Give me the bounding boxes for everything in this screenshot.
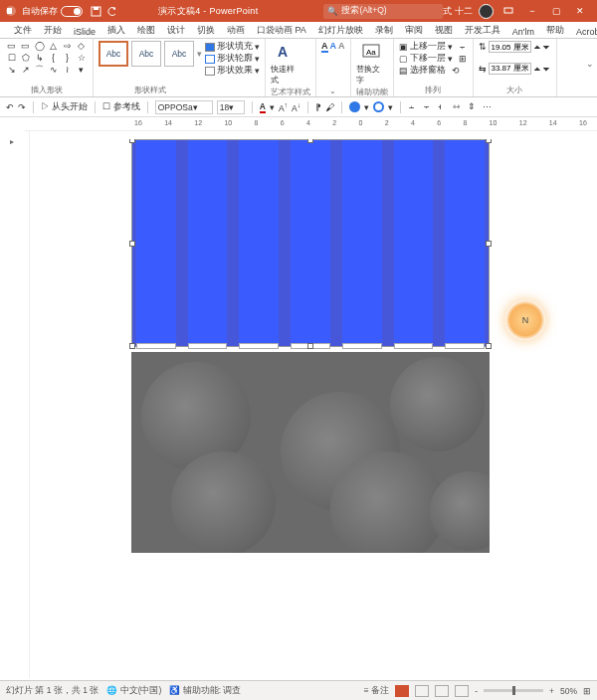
- image-placeholder[interactable]: [131, 352, 490, 553]
- resize-handle[interactable]: [486, 241, 492, 247]
- shape-fill-button[interactable]: 形状填充▾: [205, 41, 260, 53]
- view-normal-button[interactable]: [395, 685, 409, 697]
- tab-slideshow[interactable]: 幻灯片放映: [312, 23, 369, 38]
- autosave-toggle[interactable]: 自动保存: [22, 5, 83, 18]
- zoom-in-button[interactable]: +: [549, 686, 554, 696]
- slide-counter[interactable]: 幻灯片 第 1 张，共 1 张: [6, 685, 99, 697]
- more-tools-icon[interactable]: ⋯: [483, 102, 492, 112]
- selected-shape[interactable]: [131, 139, 490, 347]
- dist-v-icon[interactable]: ⇕: [468, 101, 479, 112]
- font-size-dropdown[interactable]: 18 ▾: [217, 100, 245, 114]
- tab-file[interactable]: 文件: [8, 23, 38, 38]
- align-right-icon[interactable]: ⫞: [438, 101, 449, 112]
- tab-home[interactable]: 开始: [38, 23, 68, 38]
- tab-acrobat[interactable]: Acrobat: [570, 26, 597, 38]
- text-fill-icon[interactable]: A: [321, 41, 328, 53]
- save-icon[interactable]: [91, 6, 101, 17]
- quick-styles-button[interactable]: A 快速样式: [271, 41, 300, 86]
- resize-handle[interactable]: [486, 343, 492, 349]
- shape-outline-button[interactable]: 形状轮廓▾: [205, 53, 260, 65]
- close-button[interactable]: ✕: [571, 6, 589, 16]
- search-input[interactable]: 🔍 搜索(Alt+Q): [323, 4, 443, 19]
- view-reading-button[interactable]: [435, 685, 449, 697]
- height-input[interactable]: [489, 41, 531, 53]
- grow-font-icon[interactable]: A↑: [279, 101, 288, 113]
- notes-button[interactable]: ≡ 备注: [364, 685, 389, 697]
- view-slideshow-button[interactable]: [455, 685, 469, 697]
- redo-icon[interactable]: ↷: [18, 102, 26, 112]
- send-backward-button[interactable]: ▢下移一层▾⊞: [399, 53, 468, 65]
- language-button[interactable]: 🌐 中文(中国): [106, 685, 161, 697]
- maximize-button[interactable]: ▢: [547, 6, 565, 16]
- fill-color-swatch[interactable]: [349, 101, 360, 112]
- quick-access-toolbar: [91, 6, 118, 17]
- group-label: 辅助功能: [356, 87, 388, 97]
- resize-handle[interactable]: [129, 343, 135, 349]
- undo-icon[interactable]: ↶: [6, 102, 14, 112]
- more-styles-icon[interactable]: ▾: [197, 49, 202, 59]
- font-color-icon[interactable]: A: [260, 101, 266, 113]
- paint-format-icon[interactable]: 🖌: [325, 102, 334, 112]
- tab-anlm[interactable]: An'lm: [506, 26, 540, 38]
- view-sorter-button[interactable]: [415, 685, 429, 697]
- tab-help[interactable]: 帮助: [540, 23, 570, 38]
- secondary-toolbar: ↶ ↷ ▷ 从头开始 ☐ 参考线 OPPOSa ▾ 18 ▾ A▾ A↑ A↓ …: [0, 97, 597, 117]
- resize-handle[interactable]: [307, 139, 313, 143]
- ref-line-checkbox[interactable]: ☐ 参考线: [102, 101, 139, 113]
- rotate-icon[interactable]: ⟲: [452, 66, 460, 76]
- wordart-icon: A: [275, 41, 297, 63]
- text-outline-icon[interactable]: A: [330, 41, 337, 53]
- shrink-font-icon[interactable]: A↓: [292, 101, 300, 113]
- zoom-slider[interactable]: [484, 689, 543, 692]
- accessibility-button[interactable]: ♿ 辅助功能: 调查: [169, 685, 241, 697]
- bring-forward-button[interactable]: ▣上移一层▾⫟: [399, 41, 468, 53]
- preset-1[interactable]: Abc: [99, 41, 128, 67]
- preset-3[interactable]: Abc: [164, 41, 194, 67]
- autosave-label: 自动保存: [22, 5, 58, 18]
- ribbon-options-icon[interactable]: [499, 5, 517, 17]
- tab-design[interactable]: 设计: [161, 23, 191, 38]
- tab-transitions[interactable]: 切换: [191, 23, 221, 38]
- tab-insert[interactable]: 插入: [101, 23, 131, 38]
- avatar[interactable]: [479, 4, 494, 19]
- collapse-ribbon-icon[interactable]: ⌄: [586, 59, 594, 69]
- eyedropper-icon[interactable]: ⁋: [315, 102, 321, 112]
- group-icon[interactable]: ⊞: [459, 54, 467, 64]
- zoom-level[interactable]: 50%: [560, 686, 577, 696]
- style-presets[interactable]: Abc Abc Abc ▾: [99, 41, 202, 67]
- selection-pane-button[interactable]: ▤选择窗格⟲: [399, 65, 468, 77]
- align-icon[interactable]: ⫟: [459, 42, 468, 52]
- width-input[interactable]: [489, 63, 531, 75]
- align-center-icon[interactable]: ⫟: [423, 101, 434, 112]
- user-name[interactable]: 式 十二: [443, 5, 473, 18]
- resize-handle[interactable]: [129, 139, 135, 143]
- tab-view[interactable]: 视图: [429, 23, 459, 38]
- align-left-icon[interactable]: ⫠: [408, 101, 419, 112]
- tab-review[interactable]: 审阅: [399, 23, 429, 38]
- tab-animations[interactable]: 动画: [221, 23, 251, 38]
- tab-pocket-anim[interactable]: 口袋动画 PA: [251, 23, 312, 38]
- undo-icon[interactable]: [107, 6, 118, 17]
- slide-canvas[interactable]: [37, 139, 584, 670]
- resize-handle[interactable]: [486, 139, 492, 143]
- fit-window-button[interactable]: ⊞: [583, 686, 591, 696]
- resize-handle[interactable]: [129, 241, 135, 247]
- dist-h-icon[interactable]: ⇿: [453, 101, 464, 112]
- text-effects-icon[interactable]: A: [338, 41, 345, 53]
- shape-gallery[interactable]: ▭▭◯△⇨◇ ☐⬠↳{}☆ ↘↗⌒∿≀▾: [5, 41, 88, 76]
- tab-developer[interactable]: 开发工具: [459, 23, 506, 38]
- alt-text-icon: Aa: [360, 41, 382, 63]
- panel-collapse-icon[interactable]: ▸: [8, 137, 16, 177]
- tab-draw[interactable]: 绘图: [131, 23, 161, 38]
- shape-effects-button[interactable]: 形状效果▾: [205, 65, 260, 77]
- preset-2[interactable]: Abc: [131, 41, 161, 67]
- from-beginning-button[interactable]: ▷ 从头开始: [41, 101, 88, 113]
- minimize-button[interactable]: −: [523, 6, 541, 16]
- tab-islide[interactable]: iSlide: [68, 26, 101, 38]
- resize-handle[interactable]: [307, 343, 313, 349]
- outline-color-swatch[interactable]: [373, 101, 384, 112]
- font-family-dropdown[interactable]: OPPOSa ▾: [155, 100, 213, 114]
- tab-record[interactable]: 录制: [369, 23, 399, 38]
- alt-text-button[interactable]: Aa 替换文字: [356, 41, 386, 86]
- zoom-out-button[interactable]: -: [475, 686, 478, 696]
